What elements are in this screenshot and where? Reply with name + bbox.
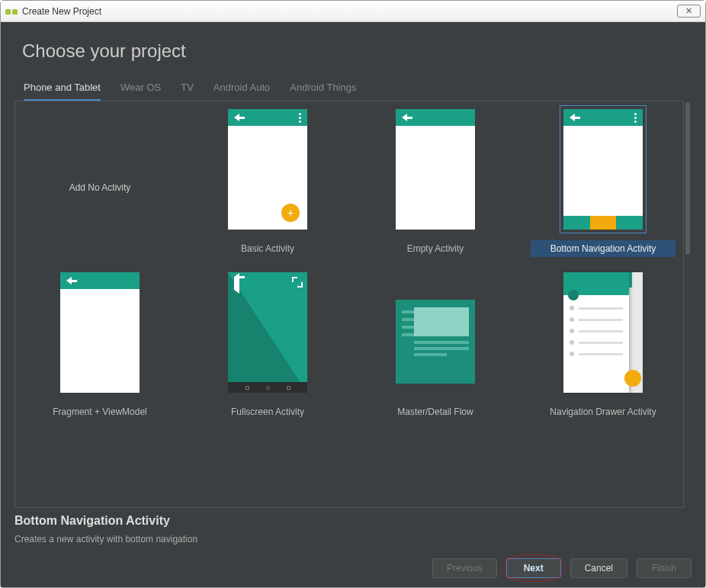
fullscreen-icon [292,277,303,288]
selection-info: Bottom Navigation Activity Creates a new… [14,514,692,545]
template-label: Navigation Drawer Activity [544,403,662,420]
selection-description: Creates a new activity with bottom navig… [14,534,692,545]
template-label: Bottom Navigation Activity [531,240,676,257]
system-nav-preview [228,382,307,393]
tab-android-auto[interactable]: Android Auto [213,82,270,101]
template-label: Master/Detail Flow [391,403,479,420]
template-master-detail-flow[interactable]: Master/Detail Flow [358,272,512,420]
back-arrow-icon [66,277,72,284]
template-add-no-activity[interactable]: Add No Activity [23,109,177,257]
page-title: Choose your project [22,40,692,62]
template-label: Basic Activity [235,240,300,257]
tab-wear-os[interactable]: Wear OS [120,82,161,101]
template-fullscreen-activity[interactable]: Fullscreen Activity [191,272,345,420]
tab-android-things[interactable]: Android Things [290,82,356,101]
selection-title: Bottom Navigation Activity [14,514,692,528]
finish-button[interactable]: Finish [637,558,692,578]
fab-add-icon: + [281,204,300,222]
fab-icon [624,370,641,387]
previous-button[interactable]: Previous [432,558,497,578]
back-arrow-icon [234,114,239,121]
bottom-nav-preview [563,216,643,230]
tabs: Phone and Tablet Wear OS TV Android Auto… [14,82,692,101]
next-button[interactable]: Next [506,558,561,578]
template-label: Fullscreen Activity [225,403,310,420]
overflow-menu-icon [634,113,637,123]
dialog-footer: Previous Next Cancel Finish [14,558,692,578]
template-basic-activity[interactable]: + Basic Activity [191,109,345,257]
android-studio-icon [5,8,18,15]
template-fragment-viewmodel[interactable]: Fragment + ViewModel [23,272,177,420]
vertical-scrollbar[interactable] [684,101,692,508]
scrollbar-thumb[interactable] [685,102,690,255]
template-panel: Add No Activity + Basic Activity [14,101,684,508]
template-label: Empty Activity [401,240,470,257]
dialog-window: Create New Project ✕ Choose your project… [0,0,706,588]
back-arrow-icon [402,114,407,121]
template-label: Add No Activity [63,179,137,196]
titlebar: Create New Project ✕ [1,1,705,22]
back-arrow-icon [570,114,575,121]
tab-tv[interactable]: TV [181,82,194,101]
template-bottom-navigation-activity[interactable]: Bottom Navigation Activity [526,109,680,257]
tab-phone-tablet[interactable]: Phone and Tablet [24,82,101,101]
window-title: Create New Project [22,6,101,17]
template-label: Fragment + ViewModel [47,403,153,420]
template-empty-activity[interactable]: Empty Activity [358,109,512,257]
back-arrow-icon [234,273,239,294]
overflow-menu-icon [299,113,301,123]
dialog-content: Choose your project Phone and Tablet Wea… [1,22,705,587]
cancel-button[interactable]: Cancel [570,558,627,578]
avatar-icon [568,290,579,300]
template-navigation-drawer-activity[interactable]: Navigation Drawer Activity [526,272,680,420]
window-close-button[interactable]: ✕ [677,5,701,18]
